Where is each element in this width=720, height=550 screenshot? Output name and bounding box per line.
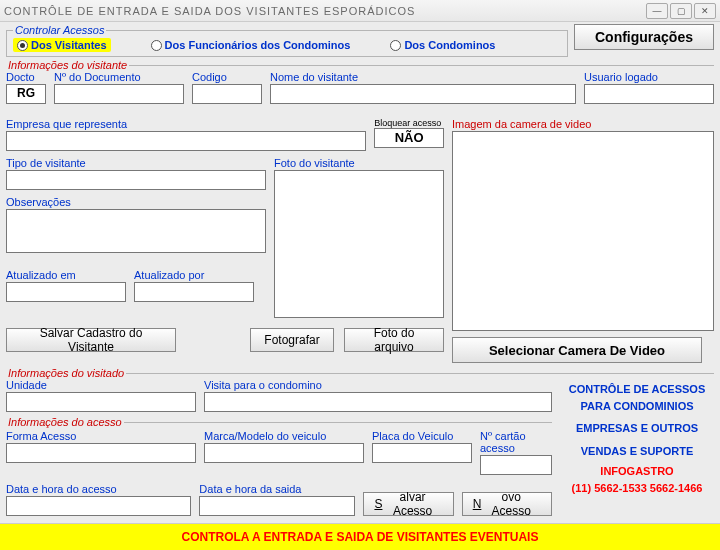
atualizado-em-label: Atualizado em [6,269,126,281]
visitor-info-legend: Informações do visitante [6,59,129,71]
camera-panel [452,131,714,331]
unidade-label: Unidade [6,379,196,391]
company-panel: CONTRÔLE DE ACESSOS PARA CONDOMINIOS EMP… [560,379,714,516]
radio-condominos-label: Dos Condominos [404,39,495,51]
visitor-info-group: Informações do visitante [6,59,714,71]
camera-label: Imagem da camera de video [452,118,714,130]
foto-arquivo-button[interactable]: Foto do arquivo [344,328,444,352]
company-line1: CONTRÔLE DE ACESSOS [560,381,714,398]
marca-label: Marca/Modelo do veiculo [204,430,364,442]
radio-dot-icon [390,40,401,51]
codigo-label: Codigo [192,71,262,83]
window-buttons: — ▢ ✕ [646,3,716,19]
obs-textarea[interactable] [6,209,266,253]
data-acesso-input[interactable] [6,496,191,516]
codigo-input[interactable] [192,84,262,104]
placa-input[interactable] [372,443,472,463]
docto-label: Docto [6,71,46,83]
bloquear-label: Bloquear acesso [374,118,444,128]
nome-label: Nome do visitante [270,71,576,83]
cartao-label: Nº cartão acesso [480,430,552,454]
foto-label: Foto do visitante [274,157,444,169]
placa-label: Placa do Veiculo [372,430,472,442]
access-group: Controlar Acessos Dos Visitantes Dos Fun… [6,24,568,57]
selecionar-camera-button[interactable]: Selecionar Camera De Video [452,337,702,363]
visita-para-label: Visita para o condomino [204,379,552,391]
footer-bar: CONTROLA A ENTRADA E SAIDA DE VISITANTES… [0,523,720,550]
empresa-input[interactable] [6,131,366,151]
atualizado-por-input[interactable] [134,282,254,302]
obs-label: Observações [6,196,266,208]
cartao-input[interactable] [480,455,552,475]
visitado-legend: Informações do visitado [6,367,126,379]
titlebar: CONTRÔLE DE ENTRADA E SAIDA DOS VISITANT… [0,0,720,22]
numdoc-input[interactable] [54,84,184,104]
visitado-group: Informações do visitado [6,367,714,379]
access-group-legend: Controlar Acessos [13,24,106,36]
bloquear-field[interactable]: NÃO [374,128,444,148]
acesso-group: Informações do acesso [6,416,552,428]
novo-acesso-button[interactable]: Novo Acesso [462,492,552,516]
salvar-acesso-button[interactable]: Salvar Acesso [363,492,453,516]
marca-input[interactable] [204,443,364,463]
maximize-button[interactable]: ▢ [670,3,692,19]
salvar-visitante-button[interactable]: Salvar Cadastro do Visitante [6,328,176,352]
close-button[interactable]: ✕ [694,3,716,19]
foto-panel [274,170,444,318]
data-saida-label: Data e hora da saida [199,483,355,495]
nome-input[interactable] [270,84,576,104]
radio-condominos[interactable]: Dos Condominos [390,39,495,51]
unidade-input[interactable] [6,392,196,412]
radio-funcionarios[interactable]: Dos Funcionários dos Condominos [151,39,351,51]
usuario-label: Usuario logado [584,71,714,83]
window-title: CONTRÔLE DE ENTRADA E SAIDA DOS VISITANT… [4,5,646,17]
forma-input[interactable] [6,443,196,463]
numdoc-label: Nº do Documento [54,71,184,83]
company-line5: INFOGASTRO [560,463,714,480]
radio-funcionarios-label: Dos Funcionários dos Condominos [165,39,351,51]
config-button[interactable]: Configurações [574,24,714,50]
radio-dot-icon [151,40,162,51]
company-line6: (11) 5662-1533 5662-1466 [560,480,714,497]
visita-para-input[interactable] [204,392,552,412]
company-line2: PARA CONDOMINIOS [560,398,714,415]
atualizado-por-label: Atualizado por [134,269,254,281]
radio-visitantes[interactable]: Dos Visitantes [13,38,111,52]
minimize-button[interactable]: — [646,3,668,19]
forma-label: Forma Acesso [6,430,196,442]
company-line3: EMPRESAS E OUTROS [560,420,714,437]
docto-field[interactable]: RG [6,84,46,104]
atualizado-em-input[interactable] [6,282,126,302]
fotografar-button[interactable]: Fotografar [250,328,334,352]
tipo-input[interactable] [6,170,266,190]
radio-visitantes-label: Dos Visitantes [31,39,107,51]
data-acesso-label: Data e hora do acesso [6,483,191,495]
data-saida-input[interactable] [199,496,355,516]
company-line4: VENDAS E SUPORTE [560,443,714,460]
tipo-label: Tipo de visitante [6,157,266,169]
radio-dot-icon [17,40,28,51]
empresa-label: Empresa que representa [6,118,366,130]
usuario-input[interactable] [584,84,714,104]
acesso-legend: Informações do acesso [6,416,124,428]
